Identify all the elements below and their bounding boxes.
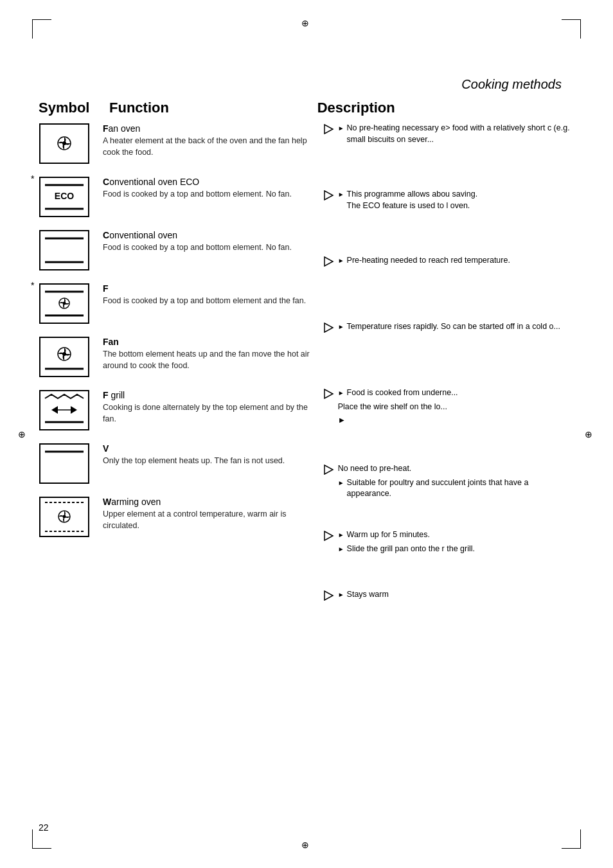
desc-bullet-2-1: ► This programme allows abou saving.The … (338, 189, 574, 211)
top-element-icon (39, 443, 90, 484)
desc-arrow-7 (324, 529, 338, 541)
desc-row-3: ► Pre-heating needed to reach red temper… (324, 255, 574, 310)
desc-arrow-3 (324, 255, 338, 267)
desc-bullet-4-1: ► Temperature rises rapidly. So can be s… (338, 321, 574, 333)
bullet-arrow-icon: ► (338, 124, 344, 133)
corner-mark-tr (562, 19, 581, 39)
symbol-conventional (39, 229, 103, 271)
symbol-top-element (39, 443, 103, 484)
symbol-warming (39, 496, 103, 538)
desc-arrow-5 (324, 387, 338, 399)
page-number: 22 (39, 822, 49, 833)
reg-mark-top (301, 18, 312, 28)
function-top-bottom-fan: F Food is cooked by a top and bottom ele… (103, 283, 317, 307)
row-fan-grill: F grill Cooking is done alternately by t… (39, 389, 317, 431)
row-top-element: V Only the top element heats up. The fan… (39, 443, 317, 484)
warming-icon (39, 496, 90, 538)
row-conventional-eco: * ECO Conventional oven ECO (39, 176, 317, 218)
row-warming: Warming oven Upper element at a control … (39, 496, 317, 538)
desc-content-4: ► Temperature rises rapidly. So can be s… (338, 321, 574, 334)
asterisk-eco: * (31, 173, 34, 184)
desc-arrow-6 (324, 463, 338, 475)
svg-marker-35 (324, 531, 333, 540)
fan-grill-icon (39, 389, 90, 431)
svg-marker-36 (324, 591, 333, 600)
function-conventional: Conventional oven Food is cooked by a to… (103, 229, 317, 254)
function-desc-fan-grill: Cooking is done alternately by the top e… (103, 402, 317, 425)
desc-content-2: ► This programme allows abou saving.The … (338, 189, 574, 213)
top-bottom-fan-icon (39, 283, 90, 324)
section-title: Cooking methods (461, 77, 574, 92)
conventional-icon (39, 229, 90, 271)
left-column: Fan oven A heater element at the back of… (39, 123, 317, 614)
symbol-header: Symbol (39, 100, 109, 116)
function-desc-eco: Food is cooked by a top and bottom eleme… (103, 189, 317, 200)
bullet-arrow-icon-2: ► (338, 190, 344, 199)
symbol-fan-oven (39, 123, 103, 164)
desc-content-7: ► Warm up for 5 minutes. ► Slide the gri… (338, 529, 574, 556)
row-conventional: Conventional oven Food is cooked by a to… (39, 229, 317, 271)
function-desc-top-element: Only the top element heats up. The fan i… (103, 456, 317, 467)
fan-oven-icon (39, 123, 90, 164)
symbol-top-bottom-fan: * (39, 283, 103, 324)
function-fan-oven: Fan oven A heater element at the back of… (103, 123, 317, 158)
reg-mark-bottom (301, 840, 312, 850)
desc-bullet-8-1: ► Stays warm (338, 589, 574, 601)
function-title-warming: Warming oven (103, 496, 317, 508)
outer-arrow-icon-2 (324, 190, 334, 200)
right-column: ► No pre-heating necessary e> food with … (317, 123, 574, 614)
conventional-eco-icon: ECO (39, 176, 90, 218)
desc-row-1: ► No pre-heating necessary e> food with … (324, 123, 574, 177)
function-desc-fan-oven: A heater element at the back of the oven… (103, 136, 317, 158)
function-fan-grill: F grill Cooking is done alternately by t… (103, 389, 317, 425)
function-title-top-element: V (103, 443, 317, 454)
column-headers: Symbol Function Description (39, 100, 574, 116)
page: Cooking methods Symbol Function Descript… (0, 0, 613, 868)
svg-marker-30 (324, 191, 333, 200)
desc-bullet-5-1: ► Food is cooked from underne... (338, 387, 574, 399)
reg-mark-left (18, 429, 28, 439)
function-conventional-eco: Conventional oven ECO Food is cooked by … (103, 176, 317, 200)
desc-arrow-1 (324, 123, 338, 134)
reg-mark-right (585, 429, 595, 439)
svg-marker-29 (324, 125, 333, 134)
outer-arrow-icon-5 (324, 389, 334, 399)
outer-arrow-icon-6 (324, 465, 334, 475)
svg-marker-31 (324, 257, 333, 266)
function-desc-fan: The bottom element heats up and the fan … (103, 349, 317, 371)
svg-point-28 (63, 515, 66, 518)
svg-marker-34 (324, 465, 333, 474)
desc-row-5: ► Food is cooked from underne... Place t… (324, 387, 574, 452)
bullet-arrow-icon-6: ► (338, 479, 344, 488)
svg-marker-32 (324, 323, 333, 332)
desc-bullet-7-1: ► Warm up for 5 minutes. (338, 529, 574, 541)
desc-arrow-2 (324, 189, 338, 200)
bullet-arrow-icon-5: ► (338, 389, 344, 398)
bullet-arrow-icon-4: ► (338, 323, 344, 332)
svg-marker-33 (324, 389, 333, 398)
desc-bullet-6-1: ► Suitable for poultry and succulent joi… (338, 477, 574, 500)
symbol-conventional-eco: * ECO (39, 176, 103, 218)
description-header: Description (317, 100, 574, 116)
outer-arrow-icon-3 (324, 256, 334, 267)
function-title-fan-oven: Fan oven (103, 123, 317, 134)
function-desc-conventional: Food is cooked by a top and bottom eleme… (103, 242, 317, 254)
desc-content-3: ► Pre-heating needed to reach red temper… (338, 255, 574, 268)
svg-text:ECO: ECO (55, 191, 74, 201)
svg-point-14 (63, 302, 66, 305)
desc-bullet-3-1: ► Pre-heating needed to reach red temper… (338, 255, 574, 267)
desc-row-7: ► Warm up for 5 minutes. ► Slide the gri… (324, 529, 574, 578)
symbol-fan-grill (39, 389, 103, 431)
corner-mark-tl (32, 19, 51, 39)
outer-arrow-icon-1 (324, 124, 334, 134)
desc-content-6: No need to pre-heat. ► Suitable for poul… (338, 463, 574, 501)
function-title-fan-grill: F grill (103, 389, 317, 401)
svg-point-18 (62, 352, 66, 356)
desc-bullet-7-2: ► Slide the grill pan onto the r the gri… (338, 544, 574, 555)
description-header-text: Description (317, 100, 574, 116)
function-fan: Fan The bottom element heats up and the … (103, 336, 317, 371)
asterisk-tbf: * (31, 280, 34, 290)
left-headers: Symbol Function (39, 100, 317, 116)
function-header: Function (109, 100, 169, 116)
function-top-element: V Only the top element heats up. The fan… (103, 443, 317, 467)
